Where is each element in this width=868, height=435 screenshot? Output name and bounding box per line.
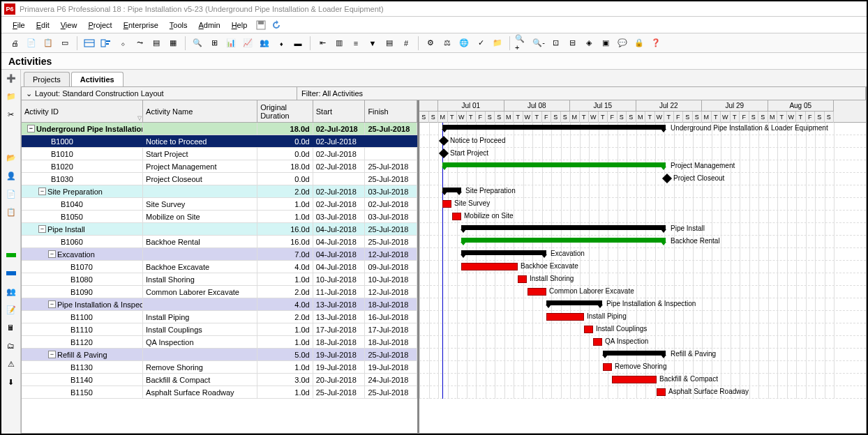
warning-icon[interactable]: ⚠ [4, 357, 18, 371]
expand-icon[interactable]: ⊟ [564, 36, 580, 51]
grid-row[interactable]: B1120QA Inspection1.0d18-Jul-201818-Jul-… [22, 336, 417, 349]
find-icon[interactable]: 🔍 [190, 36, 205, 51]
collapse-icon[interactable]: − [48, 300, 56, 308]
tab-activities[interactable]: Activities [71, 72, 124, 86]
group-sort-icon[interactable]: ≡ [348, 36, 364, 51]
gantt-row[interactable]: Install Couplings [419, 323, 866, 336]
gantt-row[interactable]: Asphalt Surface Roadway [419, 386, 866, 399]
gantt-row[interactable]: Excavation [419, 248, 866, 261]
collapse-icon[interactable]: − [38, 225, 46, 233]
menu-project[interactable]: Project [82, 19, 117, 31]
grid-row[interactable]: −Pipe Installation & Inspection4.0d13-Ju… [22, 298, 417, 311]
grid-row[interactable]: −Site Preparation2.0d02-Jul-201803-Jul-2… [22, 185, 417, 198]
folder-icon[interactable]: 📂 [4, 151, 18, 165]
gantt-bar[interactable] [439, 148, 449, 158]
grid-row[interactable]: B1010Start Project0.0d02-Jul-2018 [22, 148, 417, 160]
gantt-row[interactable]: Common Laborer Excavate [419, 286, 866, 298]
gantt-bar[interactable] [546, 313, 584, 321]
gantt-bar[interactable] [593, 338, 602, 346]
help-icon[interactable]: ❓ [648, 36, 664, 51]
gantt-row[interactable]: Project Management [419, 160, 866, 173]
gantt-bar[interactable] [461, 250, 546, 255]
stack-icon[interactable]: 🗂 [4, 339, 18, 353]
note2-icon[interactable]: 📝 [4, 303, 18, 316]
scissors-icon[interactable]: ✂ [4, 107, 18, 121]
chart-icon[interactable]: 📈 [240, 36, 255, 51]
collapse-icon[interactable]: − [48, 351, 56, 358]
grid-row[interactable]: B1090Common Laborer Excavate2.0d11-Jul-2… [22, 286, 417, 298]
summarize-icon[interactable]: 🌐 [456, 36, 472, 51]
layout-selector[interactable]: ⌄Layout: Standard Construction Layout [22, 87, 297, 100]
collapse-icon[interactable]: − [48, 250, 56, 258]
store-period-icon[interactable]: 📁 [490, 36, 505, 51]
gantt-row[interactable]: Site Preparation [419, 185, 866, 198]
gantt-bar[interactable] [442, 188, 461, 192]
gantt-row[interactable]: Install Piping [419, 311, 866, 323]
gantt-bar[interactable] [442, 125, 666, 130]
grid-row[interactable]: −Refill & Paving5.0d19-Jul-201825-Jul-20… [22, 349, 417, 361]
gantt-row[interactable]: QA Inspection [419, 336, 866, 349]
menu-tools[interactable]: Tools [164, 19, 193, 31]
grid-row[interactable]: B1110Install Couplings1.0d17-Jul-201817-… [22, 323, 417, 336]
grid-row[interactable]: B1070Backhoe Excavate4.0d04-Jul-201809-J… [22, 261, 417, 273]
menu-admin[interactable]: Admin [193, 19, 225, 31]
filter-icon[interactable]: ▼ [365, 36, 380, 51]
grid-row[interactable]: B1030Project Closeout0.0d25-Jul-2018 [22, 173, 417, 185]
print-icon[interactable]: 🖨 [7, 36, 22, 51]
gantt-bar[interactable] [439, 136, 449, 146]
gantt-bar[interactable] [657, 388, 666, 396]
gantt-row[interactable]: Start Project [419, 148, 866, 160]
col-start[interactable]: Start [313, 100, 366, 122]
schedule-icon[interactable]: ⚙ [423, 36, 438, 51]
grid-row[interactable]: B1150Asphalt Surface Roadway1.0d25-Jul-2… [22, 386, 417, 399]
menu-edit[interactable]: Edit [31, 19, 55, 31]
gantt-row[interactable]: Refill & Paving [419, 349, 866, 361]
blue-bar-icon[interactable] [4, 266, 18, 280]
gantt-bar[interactable] [612, 376, 657, 383]
gantt-row[interactable]: Install Shoring [419, 273, 866, 286]
grid-row[interactable]: B1050Mobilize on Site1.0d03-Jul-201803-J… [22, 211, 417, 223]
gantt-bar[interactable] [452, 213, 461, 220]
view-resource-icon[interactable]: ▤ [149, 36, 164, 51]
gantt-bar[interactable] [518, 275, 527, 283]
hash-icon[interactable]: # [398, 36, 414, 51]
grid-row[interactable]: −Pipe Install16.0d04-Jul-201825-Jul-2018 [22, 223, 417, 236]
gantt-bar[interactable] [603, 351, 666, 356]
gantt-bar[interactable] [442, 162, 666, 167]
page-icon[interactable]: ▭ [57, 36, 73, 51]
apply-actuals-icon[interactable]: ✓ [473, 36, 488, 51]
gantt-row[interactable]: Notice to Proceed [419, 135, 866, 148]
gantt-row[interactable]: Project Closeout [419, 173, 866, 185]
gantt-bar[interactable] [461, 225, 666, 230]
gantt-row[interactable]: Remove Shoring [419, 361, 866, 374]
grid-row[interactable]: B1040Site Survey1.0d02-Jul-201802-Jul-20… [22, 198, 417, 211]
collapse-icon[interactable]: − [27, 125, 35, 132]
grid-row[interactable]: −Underground Pipe Installation & Loader … [22, 123, 417, 135]
zoom-in-icon[interactable]: 🔍+ [514, 36, 530, 51]
view-gantt-icon[interactable] [98, 36, 114, 51]
tab-projects[interactable]: Projects [24, 72, 70, 86]
grid-row[interactable]: B1000Notice to Proceed0.0d02-Jul-2018 [22, 135, 417, 148]
view-grid-icon[interactable] [82, 36, 97, 51]
grid-row[interactable]: B1060Backhoe Rental16.0d04-Jul-201825-Ju… [22, 236, 417, 248]
grid-row[interactable]: B1140Backfill & Compact3.0d20-Jul-201824… [22, 374, 417, 386]
gantt-row[interactable]: Pipe Installation & Inspection [419, 298, 866, 311]
gantt-bar[interactable] [662, 174, 672, 183]
gantt-row[interactable]: Backhoe Rental [419, 236, 866, 248]
save-icon[interactable] [254, 18, 268, 32]
grid-row[interactable]: B1100Install Piping2.0d13-Jul-201816-Jul… [22, 311, 417, 323]
gantt-row[interactable]: Backfill & Compact [419, 374, 866, 386]
calc-icon[interactable]: 🖩 [4, 321, 18, 335]
gantt-bar[interactable] [461, 238, 666, 243]
col-activity-name[interactable]: Activity Name [143, 100, 257, 122]
lock-icon[interactable]: 🔒 [631, 36, 647, 51]
timescale-icon[interactable]: ▤ [382, 36, 397, 51]
refresh-icon[interactable] [269, 18, 283, 32]
table-icon[interactable]: ⊞ [207, 36, 222, 51]
grid-row[interactable]: B1130Remove Shoring1.0d19-Jul-201819-Jul… [22, 361, 417, 374]
level-icon[interactable]: ⚖ [440, 36, 455, 51]
gantt-bar[interactable] [527, 288, 546, 296]
gantt-row[interactable]: Site Survey [419, 198, 866, 211]
gantt-bar[interactable] [461, 263, 518, 270]
note-icon[interactable]: 💬 [615, 36, 630, 51]
